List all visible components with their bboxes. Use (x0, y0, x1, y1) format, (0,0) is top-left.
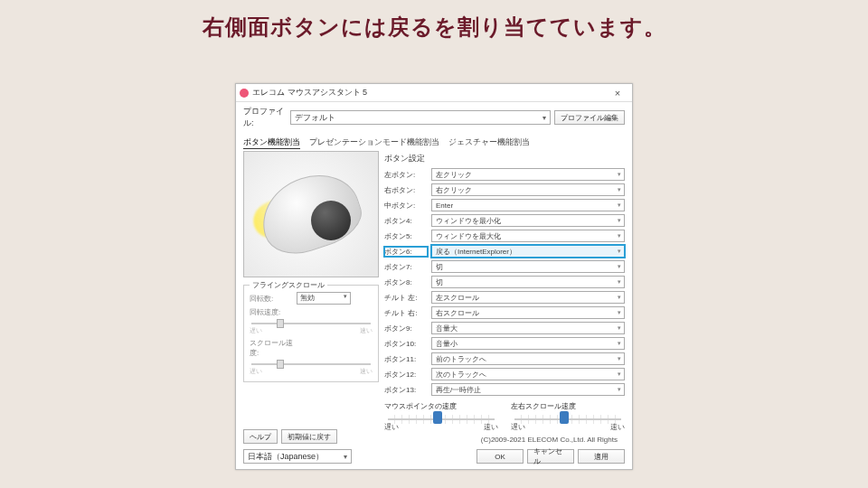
assign-select[interactable]: 次のトラックへ (431, 368, 625, 380)
apply-button[interactable]: 適用 (578, 449, 625, 464)
assign-select[interactable]: 切 (431, 260, 625, 273)
rotation-select[interactable]: 無効 (297, 292, 351, 305)
profile-row: プロファイル: デフォルト プロファイル編集 (236, 102, 632, 133)
assign-label: ボタン11: (384, 354, 428, 364)
assign-label: ボタン8: (384, 277, 428, 287)
assign-label: ボタン9: (384, 324, 428, 333)
assign-select[interactable]: 戻る（InternetExplorer） (431, 245, 625, 258)
assign-row: ボタン7:切 (384, 260, 625, 273)
language-select[interactable]: 日本語（Japanese） (243, 449, 352, 464)
assign-row: ボタン8:切 (384, 276, 625, 288)
help-button[interactable]: ヘルプ (243, 429, 278, 444)
assign-label: 右ボタン: (384, 185, 428, 195)
assign-label: ボタン5: (384, 231, 428, 241)
assign-label: ボタン10: (384, 339, 428, 349)
rot-speed-thumb[interactable] (277, 319, 284, 328)
profile-label: プロファイル: (243, 106, 287, 129)
assign-select[interactable]: ウィンドウを最小化 (431, 214, 625, 227)
profile-value: デフォルト (295, 112, 335, 124)
assign-select[interactable]: 音量大 (431, 322, 625, 334)
assign-value: 戻る（InternetExplorer） (436, 247, 516, 257)
assign-row: ボタン13:再生/一時停止 (384, 383, 625, 396)
scroll-speed-label: スクロール速度: (250, 338, 293, 358)
assign-select[interactable]: 切 (431, 276, 625, 288)
assign-select[interactable]: 右クリック (431, 183, 625, 196)
lr-scroll-block: 左右スクロール速度 遅い 速い (511, 401, 625, 432)
assign-select[interactable]: 音量小 (431, 337, 625, 350)
assign-select[interactable]: 前のトラックへ (431, 352, 625, 365)
assign-row: チルト 左:左スクロール (384, 291, 625, 304)
profile-select[interactable]: デフォルト (290, 110, 551, 125)
assign-label: チルト 右: (384, 308, 428, 318)
assign-select[interactable]: 再生/一時停止 (431, 383, 625, 396)
titlebar: エレコム マウスアシスタント 5 × (236, 84, 632, 102)
assign-value: 切 (436, 277, 443, 287)
mouse-body (251, 164, 368, 263)
tab-presentation[interactable]: プレゼンテーションモード機能割当 (309, 136, 439, 149)
flying-scroll-group: フライングスクロール 回転数: 無効 回転速度: 遅い 速い (243, 285, 379, 382)
assign-select[interactable]: 右スクロール (431, 306, 625, 319)
scroll-speed-slider[interactable] (251, 363, 371, 365)
assign-value: 次のトラックへ (436, 370, 486, 380)
assign-select[interactable]: Enter (431, 199, 625, 211)
rot-slow: 遅い (250, 326, 262, 335)
assign-label: 中ボタン: (384, 201, 428, 211)
assign-row: ボタン11:前のトラックへ (384, 352, 625, 365)
assign-value: 再生/一時停止 (436, 385, 481, 395)
assign-row: ボタン9:音量大 (384, 322, 625, 334)
tab-gesture[interactable]: ジェスチャー機能割当 (448, 136, 530, 149)
assign-row: ボタン6:戻る（InternetExplorer） (384, 245, 625, 258)
rot-fast: 速い (360, 326, 373, 335)
assign-select[interactable]: 左クリック (431, 168, 625, 181)
assign-value: 左スクロール (436, 293, 479, 303)
assign-row: ボタン4:ウィンドウを最小化 (384, 214, 625, 227)
assignments-list: 左ボタン:左クリック右ボタン:右クリック中ボタン:Enterボタン4:ウィンドウ… (384, 168, 625, 396)
assign-value: Enter (436, 202, 453, 210)
assign-select[interactable]: 左スクロール (431, 291, 625, 304)
assign-label: ボタン12: (384, 370, 428, 380)
assign-value: ウィンドウを最大化 (436, 231, 501, 241)
settings-window: エレコム マウスアシスタント 5 × プロファイル: デフォルト プロファイル編… (235, 83, 633, 470)
scroll-speed-thumb[interactable] (277, 360, 284, 369)
assign-value: 前のトラックへ (436, 354, 486, 364)
rotation-label: 回転数: (250, 294, 293, 304)
copyright-text: (C)2009-2021 ELECOM Co.,Ltd. All Rights (384, 432, 625, 444)
lr-scroll-label: 左右スクロール速度 (511, 401, 625, 411)
page-headline: 右側面ボタンには戻るを割り当てています。 (0, 0, 868, 51)
ok-button[interactable]: OK (476, 449, 524, 464)
assign-value: 切 (436, 262, 443, 272)
assign-value: 右クリック (436, 185, 472, 195)
tabs: ボタン機能割当 プレゼンテーションモード機能割当 ジェスチャー機能割当 (236, 133, 632, 151)
pointer-speed-block: マウスポインタの速度 遅い 速い (384, 401, 498, 432)
lr-scroll-slider[interactable] (514, 418, 621, 420)
rot-speed-slider[interactable] (251, 323, 371, 324)
assign-value: 音量大 (436, 324, 458, 333)
pointer-speed-thumb[interactable] (433, 411, 442, 424)
button-settings-label: ボタン設定 (384, 153, 625, 164)
cancel-button[interactable]: キャンセル (527, 449, 574, 464)
app-icon (240, 89, 249, 98)
assign-row: 右ボタン:右クリック (384, 183, 625, 196)
reset-button[interactable]: 初期値に戻す (281, 429, 337, 444)
assign-label: チルト 左: (384, 293, 428, 303)
close-icon[interactable]: × (607, 88, 628, 99)
assign-select[interactable]: ウィンドウを最大化 (431, 230, 625, 242)
assign-value: 左クリック (436, 170, 472, 180)
lr-scroll-thumb[interactable] (560, 411, 569, 424)
trackball-icon (311, 201, 351, 240)
window-title: エレコム マウスアシスタント 5 (252, 87, 607, 99)
assign-value: ウィンドウを最小化 (436, 216, 501, 226)
rotation-value: 無効 (300, 294, 315, 302)
assign-row: ボタン5:ウィンドウを最大化 (384, 230, 625, 242)
assign-row: ボタン10:音量小 (384, 337, 625, 350)
language-value: 日本語（Japanese） (248, 451, 324, 463)
pointer-speed-slider[interactable] (388, 418, 495, 420)
mouse-preview (243, 151, 379, 277)
tab-button-assign[interactable]: ボタン機能割当 (243, 136, 300, 149)
assign-row: ボタン12:次のトラックへ (384, 368, 625, 380)
assign-label: ボタン4: (384, 216, 428, 226)
profile-edit-button[interactable]: プロファイル編集 (554, 110, 625, 125)
scroll-fast: 速い (360, 367, 373, 376)
assign-value: 右スクロール (436, 308, 479, 318)
assign-row: チルト 右:右スクロール (384, 306, 625, 319)
